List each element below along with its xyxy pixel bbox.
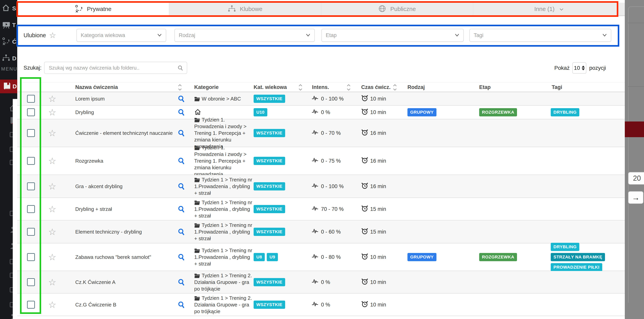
favorite-star-icon[interactable]: ☆: [48, 278, 56, 287]
folder-icon: [194, 96, 202, 102]
tab-klubowe[interactable]: Klubowe: [169, 3, 321, 16]
col-header-name[interactable]: Nazwa ćwiczenia: [75, 82, 118, 92]
col-header-age[interactable]: Kat. wiekowa: [254, 82, 287, 92]
exercise-name: Cz.G Ćwiczenie B: [75, 302, 116, 308]
alarm-clock-icon: [361, 157, 368, 165]
page-size-select[interactable]: 10: [572, 62, 586, 74]
age-category-cell: WSZYSTKIE: [254, 278, 285, 286]
favorite-star-icon[interactable]: ☆: [48, 204, 56, 214]
intensity-value: 70 - 70 %: [321, 206, 344, 212]
age-badge: U9: [267, 253, 278, 261]
tab-label: Publiczne: [390, 6, 416, 12]
sidebar-item-s[interactable]: S: [0, 0, 17, 17]
sidebar-item-d[interactable]: D: [0, 50, 17, 66]
col-header-type: Rodzaj: [408, 82, 425, 92]
exercise-name: Drybling: [75, 109, 94, 116]
chevron-down-icon: [559, 6, 564, 12]
filter-select-tagi[interactable]: Tagi: [470, 29, 611, 42]
sort-icon[interactable]: [178, 84, 182, 91]
background-value-box[interactable]: 20: [628, 172, 644, 184]
sidebar-item-active[interactable]: D: [0, 80, 17, 93]
preview-magnifier-icon[interactable]: [178, 129, 186, 137]
intensity-cell: 0 - 75 %: [311, 157, 341, 164]
tab-publiczne[interactable]: Publiczne: [321, 3, 473, 16]
folder-icon: [194, 248, 202, 253]
preview-magnifier-icon[interactable]: [178, 108, 186, 116]
filter-select-kategoria-wiekowa[interactable]: Kategoria wiekowa: [76, 29, 166, 42]
stepper-icon[interactable]: [582, 66, 585, 70]
col-header-categories: Kategorie: [194, 82, 219, 92]
folder-path: W obronie > ABC: [202, 96, 241, 102]
intensity-cell: 70 - 70 %: [311, 205, 344, 212]
row-checkbox[interactable]: [27, 108, 35, 116]
favorite-star-icon[interactable]: ☆: [48, 108, 56, 117]
tag-badge: DRYBLING: [551, 108, 579, 116]
filter-select-rodzaj[interactable]: Rodzaj: [174, 29, 315, 42]
age-category-cell: U8U9: [254, 253, 278, 261]
preview-magnifier-icon[interactable]: [178, 228, 186, 236]
sort-icon[interactable]: [298, 84, 303, 91]
search-input[interactable]: [48, 62, 174, 74]
intensity-cell: 0 - 60 %: [311, 228, 341, 235]
globe-icon: [378, 5, 387, 13]
folder-path: Tydzien 1 > Trening nr 1.Prowadzenia , d…: [194, 248, 252, 267]
tag-badge: DRYBLING: [551, 243, 579, 251]
row-checkbox[interactable]: [27, 253, 35, 261]
folder-icon: [194, 177, 202, 182]
intensity-value: 0 - 100 %: [321, 183, 344, 189]
favorite-star-icon[interactable]: ☆: [48, 227, 56, 236]
folder-icon: [194, 200, 202, 205]
favorite-star-icon[interactable]: ☆: [48, 252, 56, 262]
sidebar-item-label: Ć: [12, 38, 16, 45]
folder-icon: [194, 295, 202, 301]
sort-icon[interactable]: [393, 84, 397, 91]
sidebar-item-t[interactable]: T: [0, 17, 17, 33]
category-cell: [194, 108, 253, 116]
favorite-star-icon[interactable]: ☆: [48, 128, 56, 138]
preview-magnifier-icon[interactable]: [178, 301, 186, 308]
favorite-star-icon[interactable]: ☆: [48, 94, 56, 103]
favorite-star-icon[interactable]: ☆: [48, 182, 56, 191]
duration-cell: 15 min: [361, 205, 386, 213]
intensity-value: 0 %: [321, 302, 330, 308]
sidebar-item-ć[interactable]: Ć: [0, 33, 17, 50]
alarm-clock-icon: [361, 278, 368, 286]
folder-path: Tydzien 1. Prowadzenia i zwody > Trening…: [194, 144, 246, 177]
preview-magnifier-icon[interactable]: [178, 278, 186, 286]
favorites-filter[interactable]: Ulubione ☆: [24, 29, 56, 42]
col-header-duration[interactable]: Czas ćwicz.: [361, 82, 390, 92]
favorite-star-icon[interactable]: ☆: [48, 156, 56, 166]
table-row: ☆DryblingU100 %10 minGRUPOWYROZGRZEWKADR…: [17, 106, 625, 119]
preview-magnifier-icon[interactable]: [178, 95, 186, 103]
row-checkbox[interactable]: [27, 278, 35, 286]
row-checkbox[interactable]: [27, 301, 35, 308]
row-checkbox[interactable]: [27, 205, 35, 213]
row-checkbox[interactable]: [27, 129, 35, 137]
age-category-cell: WSZYSTKIE: [254, 95, 285, 103]
tab-prywatne[interactable]: Prywatne: [17, 3, 169, 16]
row-checkbox[interactable]: [27, 182, 35, 190]
alarm-clock-icon: [361, 205, 368, 213]
filter-select-etap[interactable]: Etap: [322, 29, 464, 42]
favorite-star-icon[interactable]: ☆: [49, 31, 56, 39]
preview-magnifier-icon[interactable]: [178, 182, 186, 190]
row-checkbox[interactable]: [27, 95, 35, 103]
arrow-right-icon[interactable]: →: [628, 191, 644, 204]
table-header: Nazwa ćwiczenia Kategorie Kat. wiekowa I…: [17, 82, 625, 92]
preview-magnifier-icon[interactable]: [178, 205, 186, 213]
intensity-value: 0 - 100 %: [321, 96, 344, 102]
age-category-cell: WSZYSTKIE: [254, 228, 285, 236]
pulse-icon: [311, 301, 319, 308]
row-checkbox[interactable]: [27, 228, 35, 236]
col-header-intensity[interactable]: Intens.: [312, 82, 329, 92]
sort-icon[interactable]: [347, 84, 351, 91]
row-checkbox[interactable]: [27, 157, 35, 165]
exercise-name: Zabawa ruchowa "berek samolot": [75, 254, 151, 260]
tactics-icon: [2, 37, 11, 46]
preview-magnifier-icon[interactable]: [178, 157, 186, 165]
favorite-star-icon[interactable]: ☆: [48, 300, 56, 309]
duration-value: 16 min: [370, 158, 386, 164]
preview-magnifier-icon[interactable]: [178, 253, 186, 261]
tab-inne-1-[interactable]: Inne (1): [473, 3, 625, 16]
intensity-cell: 0 %: [311, 278, 330, 286]
